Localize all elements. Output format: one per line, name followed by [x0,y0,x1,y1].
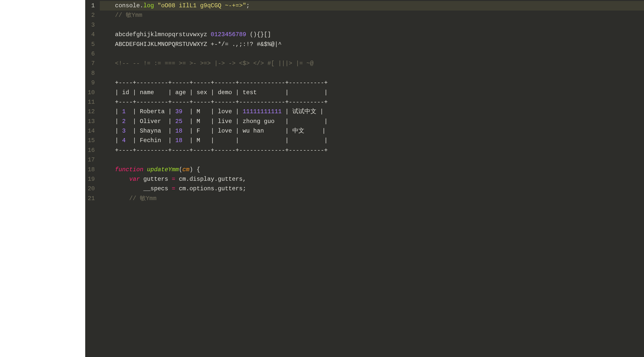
code-token: ( [179,166,182,173]
code-token [143,166,147,173]
code-token [104,2,115,9]
code-token [104,118,115,125]
code-line[interactable] [100,69,644,78]
code-token: 4 [122,137,126,144]
code-token [207,31,211,38]
line-number: 11 [88,97,95,107]
code-token: 18 [175,137,182,144]
code-token: 39 [175,108,182,115]
code-token: +----+---------+-----+-----+------+-----… [115,147,328,154]
code-line[interactable] [100,49,644,59]
code-token: cm [182,166,190,173]
code-token [104,128,115,134]
code-token: ; [246,2,250,9]
code-line[interactable]: var gutters = cm.display.gutters, [100,174,644,184]
line-number: 21 [88,194,95,203]
code-token [104,195,129,202]
code-token: (){}[] [246,31,271,38]
code-token [104,89,115,96]
code-token: . [140,2,143,9]
line-number: 16 [88,146,95,155]
line-number: 13 [88,117,95,126]
code-line[interactable] [100,155,644,165]
line-number: 2 [88,11,95,20]
code-token: function [115,166,144,173]
code-line[interactable]: function updateYmm(cm) { [100,165,644,174]
code-token: cm.display.gutters, [175,176,246,183]
code-line[interactable]: | 1 | Roberta | 39 | M | love | 11111111… [100,107,644,116]
code-token: | [115,108,122,115]
code-token: <!-- -- != := === >= >- >=> |-> -> <$> <… [115,60,314,67]
line-number: 3 [88,20,95,30]
code-token: 11111111111 [243,108,282,115]
code-token [104,99,115,105]
line-number: 6 [88,49,95,59]
code-line[interactable]: <!-- -- != := === >= >- >=> |-> -> <$> <… [100,59,644,68]
line-number: 8 [88,69,95,78]
code-line[interactable]: // 敏Ymm [100,194,644,203]
code-token [104,176,129,183]
code-area[interactable]: console.log "oO08 iIlL1 g9qCGQ ~-+=>"; /… [100,0,644,357]
code-token: = [172,176,175,183]
code-token: // 敏Ymm [115,12,143,19]
code-token: | F | love | wu han | 中文 | [182,128,326,134]
code-token: | Oliver | [126,118,175,125]
code-token: console [115,2,140,9]
code-token: | Shayna | [126,128,175,134]
line-number: 18 [88,165,95,174]
code-token: | M | | | | [182,137,328,144]
code-token: cm.options.gutters; [175,185,246,192]
code-token: | M | love | [182,108,243,115]
code-line[interactable]: // 敏Ymm [100,11,644,20]
code-line[interactable]: | 3 | Shayna | 18 | F | love | wu han | … [100,126,644,136]
code-token: abcdefghijklmnopqrstuvwxyz [115,31,207,38]
line-number: 17 [88,155,95,165]
code-token [154,2,158,9]
code-line[interactable]: +----+---------+-----+-----+------+-----… [100,97,644,107]
code-line[interactable]: | 4 | Fechin | 18 | M | | | | [100,136,644,145]
code-token: | Fechin | [126,137,175,144]
code-token [104,108,115,115]
code-line[interactable]: abcdefghijklmnopqrstuvwxyz 0123456789 ()… [100,30,644,39]
code-token [104,79,115,86]
line-number: 15 [88,136,95,145]
code-token [104,31,115,38]
line-number-gutter: 123456789101112131415161718192021 [85,0,100,357]
code-token: 18 [175,128,182,134]
code-token [104,137,115,144]
line-number: 4 [88,30,95,39]
code-token: gutters [140,176,172,183]
code-token [104,147,115,154]
line-number: 9 [88,78,95,88]
code-token: | M | live | zhong guo | | [182,118,328,125]
code-token [104,60,115,67]
code-token: var [129,176,140,183]
code-token: = [172,185,175,192]
code-token: +----+---------+-----+-----+------+-----… [115,79,328,86]
code-line[interactable] [100,20,644,30]
line-number: 14 [88,126,95,136]
line-number: 19 [88,174,95,184]
code-line[interactable]: console.log "oO08 iIlL1 g9qCGQ ~-+=>"; [100,1,644,11]
code-token: | Roberta | [126,108,175,115]
left-sidebar [0,0,85,357]
code-token [104,12,115,19]
code-token: 25 [175,118,182,125]
code-token: updateYmm [147,166,179,173]
code-editor[interactable]: 123456789101112131415161718192021 consol… [85,0,644,357]
code-line[interactable]: | id | name | age | sex | demo | test | … [100,88,644,97]
code-line[interactable]: | 2 | Oliver | 25 | M | live | zhong guo… [100,117,644,126]
code-token: | 试试中文 | [282,108,324,115]
code-token: | [115,128,122,134]
code-token: ABCDEFGHIJKLMNOPQRSTUVWXYZ +-*/= .,;:!? … [104,41,282,48]
code-token: | [115,137,122,144]
line-number: 10 [88,88,95,97]
code-line[interactable]: +----+---------+-----+-----+------+-----… [100,146,644,155]
code-token: 1 [122,108,126,115]
code-token: 3 [122,128,126,134]
code-token: | id | name | age | sex | demo | test | … [115,89,328,96]
code-line[interactable]: +----+---------+-----+-----+------+-----… [100,78,644,88]
code-line[interactable]: ABCDEFGHIJKLMNOPQRSTUVWXYZ +-*/= .,;:!? … [100,40,644,49]
code-token: log [143,2,154,9]
code-line[interactable]: __specs = cm.options.gutters; [100,184,644,194]
